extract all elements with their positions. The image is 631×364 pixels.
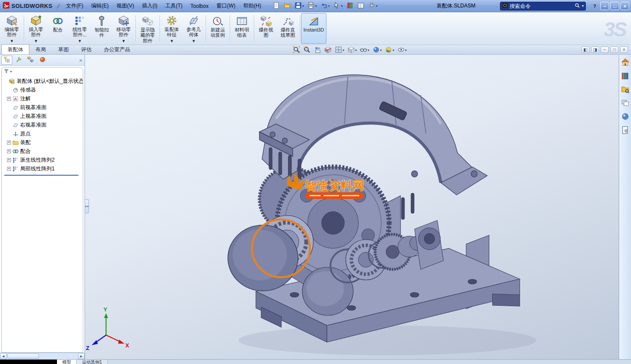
menu-pin-icon[interactable] [55,3,61,9]
linear-component-pattern-button[interactable]: 线性零部件...▾ [69,13,91,44]
close-window-button[interactable]: × [620,2,629,10]
command-search[interactable]: ▾ [500,2,586,11]
zoom-fit-button[interactable] [293,46,300,55]
tree-item-mates[interactable]: +配合 [2,147,83,155]
rollback-bar[interactable] [4,175,78,176]
panel-splitter-handle[interactable]: ◄► [85,199,89,213]
search-dropdown-icon[interactable]: ▾ [582,4,584,8]
tree-item-sensors[interactable]: 传感器 [2,85,83,94]
section-view-button[interactable] [324,46,332,55]
hide-show-items-button[interactable]: ▾ [360,46,369,55]
exploded-view-button[interactable]: 爆炸视图 [255,13,277,44]
previous-view-button[interactable] [314,46,321,55]
paneltab-propertymanager[interactable] [13,56,24,65]
edit-component-button[interactable]: 编辑零部件▾ [1,13,23,44]
insert-components-button[interactable]: 插入零部件▾ [25,13,47,44]
search-icon[interactable] [574,3,580,10]
menu-tools[interactable]: 工具(T) [161,0,186,11]
bill-of-materials-button[interactable]: 材料明细表 [231,13,253,44]
tab-office-products[interactable]: 办公室产品 [98,44,136,54]
view-settings-button[interactable]: ▾ [397,46,407,55]
filter-funnel-icon[interactable] [4,68,9,75]
expand-icon[interactable]: + [7,167,11,171]
tree-item-annotations[interactable]: +A注解 [2,94,83,103]
tree-item-assembly-folder[interactable]: +装配 [2,138,83,147]
menu-edit[interactable]: 编辑(E) [87,0,113,11]
assembly-3d-model[interactable]: 智造资料网 Y X Z [85,55,619,359]
tree-item-local-linear-pattern-1[interactable]: +局部线性阵列1 [2,164,83,173]
expand-icon[interactable]: + [7,141,11,145]
maximize-window-button[interactable]: □ [610,2,619,10]
tab-evaluate[interactable]: 评估 [75,44,98,54]
tab-assembly[interactable]: 装配体 [1,44,29,54]
graphics-viewport[interactable]: 智造资料网 Y X Z ◄► [85,55,619,359]
tab-layout[interactable]: 布局 [29,44,52,54]
menu-file[interactable]: 文件(F) [62,0,87,11]
bottomtab-model[interactable]: 模型 [57,360,77,364]
menu-toolbox[interactable]: Toolbox [187,1,213,11]
tree-item-right-plane[interactable]: 右视基准面 [2,120,83,129]
custom-properties-button[interactable] [620,126,630,135]
reference-geometry-button[interactable]: 参考几何体▾ [183,13,205,44]
menu-help[interactable]: 帮助(H) [239,0,265,11]
menu-window[interactable]: 窗口(W) [213,0,239,11]
tree-item-top-plane[interactable]: 上视基准面 [2,112,83,120]
instant3d-button[interactable]: Instant3D [301,13,326,44]
filter-dropdown-icon[interactable]: ▾ [10,70,12,74]
panel-overflow-chevron[interactable]: » [79,57,83,63]
zoom-area-button[interactable] [303,46,311,55]
view-orientation-button[interactable]: ▾ [335,46,344,55]
show-hidden-components-button[interactable]: 显示隐藏的零部件 [137,13,159,44]
paneltab-displaymanager[interactable] [37,56,48,65]
edit-appearance-button[interactable]: ▾ [372,46,382,55]
tree-filter-row[interactable]: ▾ [2,67,83,76]
search-input[interactable] [510,3,573,9]
move-component-button[interactable]: 移动零部件▾ [113,13,135,44]
scroll-left-button[interactable]: ◄ [0,353,7,359]
print-document-button[interactable]: ▾ [306,1,318,11]
file-explorer-button[interactable] [620,85,630,95]
menu-view[interactable]: 视图(V) [113,0,138,11]
help-button[interactable]: ? [590,2,599,10]
display-style-button[interactable]: ▾ [347,46,357,55]
search-scope-icon[interactable] [502,3,508,10]
undo-button[interactable]: ▾ [319,1,331,11]
mate-button[interactable]: 配合 [47,13,69,44]
expand-icon[interactable]: + [7,149,11,153]
expand-icon[interactable]: + [7,97,11,101]
tab-sketch[interactable]: 草图 [52,44,75,54]
paneltab-configurationmanager[interactable] [25,56,36,65]
explode-line-sketch-button[interactable]: 爆炸直线草图 [277,13,299,44]
toggle-right-pane-button[interactable]: ◨ [591,46,599,53]
close-document-button[interactable]: × [620,46,628,53]
panel-horizontal-scrollbar[interactable]: ◄ ► [0,353,85,359]
appearances-scenes-button[interactable] [620,112,630,122]
solidworks-resources-button[interactable] [620,58,630,67]
design-library-button[interactable] [620,71,630,81]
new-document-button[interactable] [271,1,281,11]
toggle-left-pane-button[interactable]: ◧ [581,46,589,53]
minimize-window-button[interactable]: − [600,2,609,10]
expand-icon[interactable]: + [7,158,11,162]
save-document-button[interactable]: ▾ [293,1,305,11]
tree-root-assembly-root[interactable]: 装配体 (默认<默认_显示状态-1 [2,77,83,85]
minimize-document-button[interactable]: − [601,46,609,53]
smart-fasteners-button[interactable]: 智能扣件 [91,13,113,44]
view-palette-button[interactable] [620,99,630,108]
options-button[interactable]: ▾ [367,1,379,11]
select-button[interactable]: ▾ [332,1,344,11]
rebuild-button[interactable] [345,1,355,11]
scroll-right-button[interactable]: ► [78,353,85,359]
open-document-button[interactable] [282,1,292,11]
new-motion-study-button[interactable]: 新建运动算例 [207,13,229,44]
tree-item-front-plane[interactable]: 前视基准面 [2,103,83,112]
file-properties-button[interactable] [356,1,366,11]
bottomtab-motion-study-1[interactable]: 运动算例1 [77,360,108,364]
assembly-features-button[interactable]: 装配体特征▾ [161,13,183,44]
restore-document-button[interactable]: □ [610,46,618,53]
scroll-thumb[interactable] [7,353,39,359]
apply-scene-button[interactable]: ▾ [385,46,394,55]
tree-item-origin[interactable]: 原点 [2,129,83,138]
tree-item-derived-linear-pattern-2[interactable]: +派生线性阵列2 [2,155,83,164]
menu-insert[interactable]: 插入(I) [138,0,161,11]
